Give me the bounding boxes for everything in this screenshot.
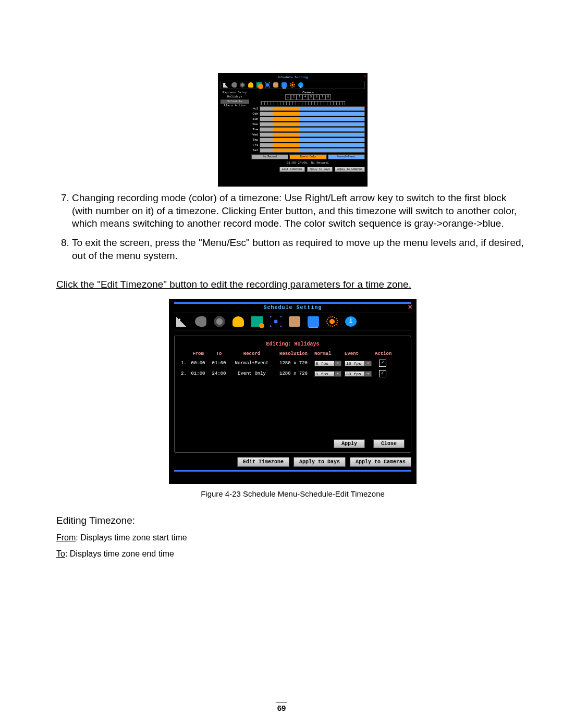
camera-number[interactable]: 1: [285, 94, 291, 100]
to-label: To: [56, 549, 65, 558]
row-to: 01:00: [210, 361, 228, 366]
wizard-icon[interactable]: [223, 82, 228, 88]
day-label: Sun: [251, 117, 260, 121]
day-row[interactable]: Oth: [251, 112, 365, 116]
disk-icon[interactable]: [289, 316, 300, 327]
chevron-down-icon[interactable]: ▾: [365, 371, 372, 377]
schedule-icon[interactable]: [251, 316, 263, 327]
legend-no-record: No Record: [251, 154, 288, 159]
sidebar-item[interactable]: Express Setup: [221, 91, 249, 95]
day-schedule-bar[interactable]: [260, 138, 365, 142]
display-icon[interactable]: [308, 316, 319, 327]
camera-number[interactable]: 3: [297, 94, 302, 100]
schedule-icon[interactable]: [256, 82, 262, 88]
day-label: Wed: [251, 133, 260, 137]
row-from: 01:00: [189, 371, 207, 376]
sidebar-item[interactable]: Alarm Action: [221, 104, 249, 108]
day-label: Oth: [251, 112, 260, 116]
close-icon[interactable]: ×: [408, 303, 412, 312]
day-row[interactable]: Sat: [251, 148, 365, 153]
day-row[interactable]: Fri: [251, 143, 365, 147]
day-schedule-bar[interactable]: [260, 127, 365, 132]
day-row[interactable]: Tue: [251, 127, 365, 132]
system-icon[interactable]: [290, 82, 295, 88]
day-row[interactable]: Wed: [251, 132, 365, 137]
camera-icon[interactable]: [231, 82, 237, 88]
day-schedule-bar[interactable]: [260, 112, 365, 116]
day-schedule-bar[interactable]: [260, 143, 365, 147]
action-checkbox[interactable]: ✓: [375, 370, 390, 377]
record-icon[interactable]: [240, 82, 245, 88]
legend-normal-event: Normal+Event: [328, 154, 365, 159]
day-schedule-bar[interactable]: [260, 106, 365, 111]
wizard-icon[interactable]: [176, 316, 188, 327]
record-icon[interactable]: [214, 316, 225, 327]
row-from: 00:00: [189, 361, 207, 366]
day-schedule-bar[interactable]: [260, 117, 365, 121]
row-index: 2.: [181, 371, 186, 376]
schedule-setting-window-small: Schedule Setting × i Express SetupHolida…: [218, 73, 368, 187]
day-row[interactable]: Thu: [251, 138, 365, 142]
timezone-table-header: From To Record Resolution Normal Event A…: [181, 351, 405, 356]
day-row[interactable]: Mon: [251, 122, 365, 127]
apply-to-days-button[interactable]: Apply to Days: [307, 167, 333, 172]
camera-selector-row[interactable]: 12345678: [251, 94, 365, 100]
camera-number[interactable]: 2: [291, 94, 297, 100]
camera-icon[interactable]: [195, 316, 206, 327]
network-icon[interactable]: [265, 82, 270, 88]
day-row[interactable]: Sun: [251, 117, 365, 121]
edit-timezone-button[interactable]: Edit Timezone: [237, 457, 289, 467]
camera-number[interactable]: 4: [302, 94, 308, 100]
chevron-down-icon[interactable]: ▾: [335, 371, 341, 377]
small-sidebar: Express SetupHolidaysScheduleAlarm Actio…: [221, 91, 249, 172]
row-resolution: 1280 x 720: [276, 371, 311, 376]
edit-timezone-button[interactable]: Edit Timezone: [279, 167, 305, 172]
chevron-down-icon[interactable]: ▾: [335, 361, 341, 366]
camera-number[interactable]: 5: [308, 94, 314, 100]
camera-number[interactable]: 7: [320, 94, 325, 100]
apply-to-cameras-button[interactable]: Apply to Cameras: [350, 457, 411, 467]
day-schedule-bar[interactable]: [260, 148, 365, 153]
sidebar-item[interactable]: Schedule: [221, 100, 249, 104]
col-normal: Normal: [314, 351, 341, 356]
icon-toolbar: i: [221, 81, 365, 89]
normal-fps-select[interactable]: 1 fps▾: [314, 371, 341, 377]
day-schedule-bar[interactable]: [260, 122, 365, 127]
camera-number[interactable]: 6: [314, 94, 320, 100]
apply-button[interactable]: Apply: [334, 439, 365, 448]
alarm-icon[interactable]: [232, 316, 244, 327]
instruction-list: Changing recording mode (color) of a tim…: [56, 192, 529, 262]
sidebar-item[interactable]: Holidays: [221, 95, 249, 99]
alarm-icon[interactable]: [248, 82, 253, 88]
info-icon[interactable]: i: [298, 82, 303, 88]
timezone-note: 01:00-24:00, No Record.: [251, 161, 365, 165]
event-fps-select[interactable]: 30 fps▾: [345, 371, 372, 377]
col-record: Record: [231, 351, 273, 356]
normal-fps-select[interactable]: 5 fps▾: [314, 361, 341, 366]
close-icon[interactable]: ×: [364, 75, 366, 78]
from-text: Displays time zone start time: [80, 533, 187, 542]
display-icon[interactable]: [282, 82, 287, 88]
event-fps-select[interactable]: 10 fps▾: [345, 361, 372, 366]
network-icon[interactable]: [270, 316, 282, 327]
day-row[interactable]: Hol: [251, 106, 365, 111]
edit-timezone-panel: Editing: Holidays From To Record Resolut…: [174, 336, 411, 453]
chevron-down-icon[interactable]: ▾: [365, 361, 372, 366]
day-schedule-bar[interactable]: [260, 132, 365, 137]
disk-icon[interactable]: [273, 82, 278, 88]
schedule-setting-window-large: Schedule Setting × i Editing: Holidays F…: [169, 299, 417, 484]
camera-number[interactable]: 8: [325, 94, 331, 100]
apply-to-days-button[interactable]: Apply to Days: [293, 457, 346, 467]
window-bottom-border: [174, 470, 411, 472]
day-label: Tue: [251, 128, 260, 131]
action-checkbox[interactable]: ✓: [375, 360, 390, 367]
system-icon[interactable]: [326, 316, 338, 327]
day-label: Sat: [251, 149, 260, 152]
day-label: Thu: [251, 138, 260, 142]
info-icon[interactable]: i: [345, 316, 357, 327]
col-from: From: [189, 351, 207, 356]
apply-to-cameras-button[interactable]: Apply to Cameras: [335, 167, 365, 172]
col-action: Action: [375, 351, 390, 356]
document-page: Schedule Setting × i Express SetupHolida…: [0, 0, 563, 728]
close-button[interactable]: Close: [373, 439, 405, 448]
